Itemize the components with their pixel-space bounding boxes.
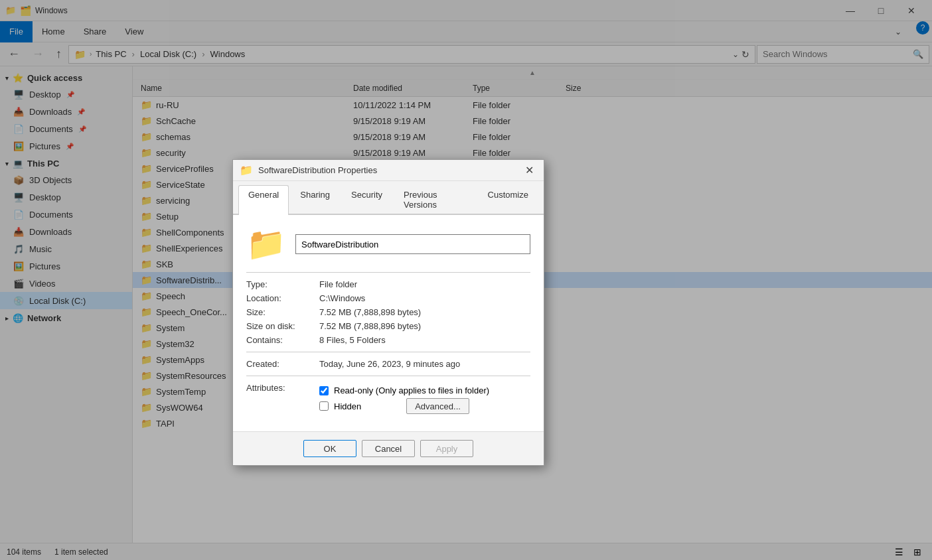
- modal-close-button[interactable]: ✕: [521, 163, 537, 178]
- search-input[interactable]: [763, 49, 909, 59]
- ribbon-collapse-button[interactable]: ⌄: [883, 21, 913, 42]
- sidebar-item-downloads-quick[interactable]: 📥 Downloads 📌: [0, 103, 132, 120]
- hidden-attr-row: Hidden Advanced...: [319, 398, 530, 414]
- downloads-pc-icon: 📥: [13, 227, 24, 237]
- file-type: File folder: [470, 100, 563, 110]
- address-dropdown-button[interactable]: ⌄: [732, 49, 739, 60]
- apply-button[interactable]: Apply: [420, 440, 473, 457]
- desktop-quick-icon: 🖥️: [13, 90, 24, 100]
- modal-title: SoftwareDistribution Properties: [258, 165, 516, 175]
- network-expand-icon: ▸: [5, 315, 9, 322]
- folder-icon: 📁: [141, 115, 152, 126]
- refresh-button[interactable]: ↻: [741, 49, 749, 60]
- created-value: Today, June 26, 2023, 9 minutes ago: [319, 359, 530, 369]
- up-button[interactable]: ↑: [50, 45, 67, 64]
- advanced-button[interactable]: Advanced...: [406, 398, 469, 414]
- col-header-date[interactable]: Date modified: [350, 84, 470, 93]
- address-this-pc[interactable]: This PC: [96, 49, 126, 59]
- quick-access-header[interactable]: ▾ ⭐ Quick access: [0, 70, 132, 86]
- file-name: schemas: [156, 132, 191, 142]
- sidebar-item-desktop-quick[interactable]: 🖥️ Desktop 📌: [0, 86, 132, 103]
- readonly-checkbox[interactable]: [319, 386, 329, 395]
- sidebar-item-documents-pc[interactable]: 📄 Documents: [0, 206, 132, 223]
- back-button[interactable]: ←: [3, 45, 25, 64]
- col-header-name[interactable]: Name: [138, 84, 350, 93]
- this-pc-header[interactable]: ▾ 💻 This PC: [0, 156, 132, 171]
- file-name: TAPI: [156, 419, 175, 429]
- folder-icon: 📁: [141, 322, 152, 333]
- col-header-type[interactable]: Type: [470, 84, 563, 93]
- tab-sharing[interactable]: Sharing: [290, 185, 340, 214]
- folder-icon: 📁: [141, 291, 152, 301]
- ribbon-tab-file[interactable]: File: [0, 21, 33, 42]
- tab-security[interactable]: Security: [341, 185, 392, 214]
- ribbon-tab-share[interactable]: Share: [74, 21, 116, 42]
- sidebar-item-3d-objects[interactable]: 📦 3D Objects: [0, 171, 132, 188]
- table-row[interactable]: 📁SchCache 9/15/2018 9:19 AM File folder: [133, 113, 932, 129]
- type-label: Type:: [246, 279, 319, 289]
- modal-content: 📁 Type: File folder Location: C:\Windows…: [233, 215, 544, 431]
- title-bar-controls: — □ ✕: [835, 0, 927, 21]
- address-local-disk[interactable]: Local Disk (C:): [140, 49, 196, 59]
- forward-button[interactable]: →: [27, 45, 49, 64]
- table-row[interactable]: 📁security 9/15/2018 9:19 AM File folder: [133, 145, 932, 161]
- file-name: ShellComponents: [156, 228, 224, 238]
- network-section: ▸ 🌐 Network: [0, 311, 132, 326]
- sidebar-item-downloads-pc[interactable]: 📥 Downloads: [0, 223, 132, 240]
- ribbon-tab-home[interactable]: Home: [33, 21, 74, 42]
- help-button[interactable]: ?: [916, 21, 929, 35]
- sidebar-item-label: Documents: [29, 210, 73, 220]
- folder-icon: 📁: [141, 259, 152, 269]
- pin-icon-2: 📌: [77, 108, 85, 115]
- address-bar[interactable]: 📁 › This PC › Local Disk (C:) › Windows …: [68, 45, 755, 64]
- sidebar-item-local-disk[interactable]: 💿 Local Disk (C:): [0, 292, 132, 309]
- tab-customize[interactable]: Customize: [478, 185, 538, 214]
- file-name: SysWOW64: [156, 403, 203, 413]
- maximize-button[interactable]: □: [866, 0, 896, 21]
- folder-icon: 📁: [141, 418, 152, 429]
- ok-button[interactable]: OK: [303, 440, 356, 457]
- sidebar-item-pictures-pc[interactable]: 🖼️ Pictures: [0, 257, 132, 275]
- file-name: Speech: [156, 291, 185, 301]
- ribbon-tab-view[interactable]: View: [116, 21, 153, 42]
- folder-icon: 📁: [141, 402, 152, 413]
- table-row[interactable]: 📁schemas 9/15/2018 9:19 AM File folder: [133, 129, 932, 145]
- details-view-button[interactable]: ☰: [891, 545, 907, 559]
- sidebar-item-label: Local Disk (C:): [29, 296, 86, 306]
- this-pc-label: This PC: [27, 159, 59, 169]
- search-box[interactable]: 🔍: [757, 45, 929, 64]
- sidebar-item-videos[interactable]: 🎬 Videos: [0, 275, 132, 292]
- sidebar-item-label: Downloads: [29, 107, 72, 117]
- minimize-button[interactable]: —: [835, 0, 866, 21]
- address-chevron-1: ›: [90, 50, 92, 58]
- large-icon-view-button[interactable]: ⊞: [909, 545, 925, 559]
- file-name: security: [156, 148, 186, 158]
- selection-status: 1 item selected: [54, 547, 108, 557]
- network-header[interactable]: ▸ 🌐 Network: [0, 311, 132, 326]
- file-date: 9/15/2018 9:19 AM: [350, 148, 470, 158]
- sidebar-item-music[interactable]: 🎵 Music: [0, 240, 132, 257]
- address-windows[interactable]: Windows: [210, 49, 246, 59]
- folder-icon: 📁: [141, 147, 152, 158]
- col-header-size[interactable]: Size: [563, 84, 629, 93]
- file-date: 10/11/2022 1:14 PM: [350, 100, 470, 110]
- folder-name-input[interactable]: [295, 234, 530, 254]
- close-button[interactable]: ✕: [896, 0, 927, 21]
- location-label: Location:: [246, 293, 319, 303]
- documents-quick-icon: 📄: [13, 124, 24, 134]
- tab-general[interactable]: General: [238, 185, 289, 215]
- scroll-up-indicator[interactable]: ▲: [133, 66, 932, 80]
- type-value: File folder: [319, 279, 530, 289]
- prop-size-row: Size: 7.52 MB (7,888,898 bytes): [246, 307, 530, 317]
- file-name: ru-RU: [156, 100, 179, 110]
- sidebar-item-desktop-pc[interactable]: 🖥️ Desktop: [0, 188, 132, 206]
- sidebar-item-pictures-quick[interactable]: 🖼️ Pictures 📌: [0, 137, 132, 155]
- folder-icon: 📁: [141, 307, 152, 317]
- cancel-button[interactable]: Cancel: [362, 440, 415, 457]
- table-row[interactable]: 📁ru-RU 10/11/2022 1:14 PM File folder: [133, 97, 932, 113]
- prop-size-on-disk-row: Size on disk: 7.52 MB (7,888,896 bytes): [246, 321, 530, 331]
- tab-previous-versions[interactable]: Previous Versions: [394, 185, 477, 214]
- sidebar-item-documents-quick[interactable]: 📄 Documents 📌: [0, 120, 132, 137]
- sidebar-item-label: Documents: [29, 124, 73, 134]
- hidden-checkbox[interactable]: [319, 401, 329, 411]
